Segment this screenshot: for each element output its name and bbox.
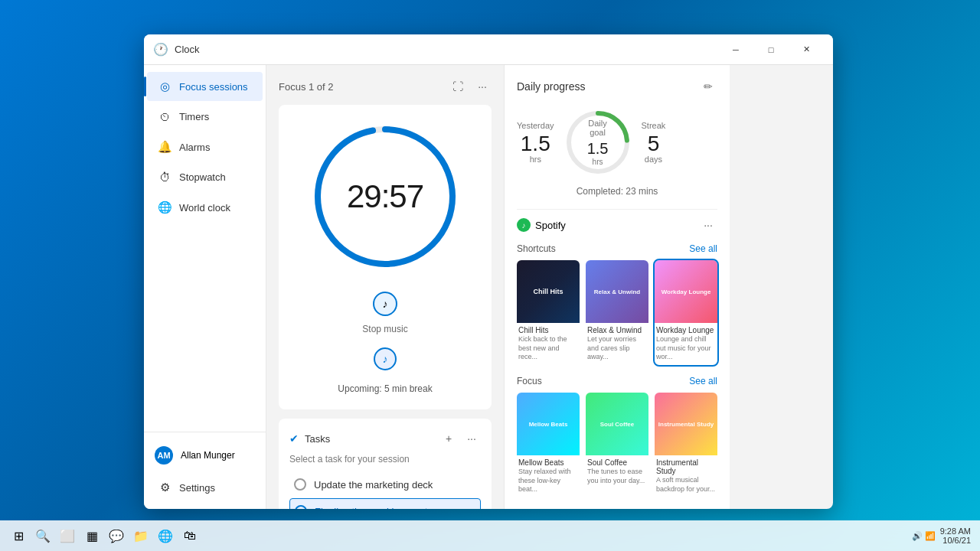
fullscreen-button[interactable]: ⛶ xyxy=(449,77,467,96)
widgets-button[interactable]: ▦ xyxy=(83,527,101,545)
goal-center-text: Daily goal 1.5 hrs xyxy=(580,119,615,166)
app-window: 🕐 Clock ─ □ ✕ ◎ Focus sessions ⏲ Timers … xyxy=(144,34,833,509)
spotify-icon: ♪ xyxy=(517,218,531,232)
workday-name: Workday Lounge xyxy=(656,326,716,334)
playlist-workday-lounge[interactable]: Workday Lounge Workday Lounge Lounge and… xyxy=(655,260,717,365)
playlist-soul-coffee[interactable]: Soul Coffee Soul Coffee The tunes to eas… xyxy=(586,393,648,497)
sidebar-label-settings: Settings xyxy=(179,482,215,494)
start-button[interactable]: ⊞ xyxy=(9,527,28,545)
upcoming-value: 5 min break xyxy=(384,383,433,394)
title-bar: 🕐 Clock ─ □ ✕ xyxy=(144,34,833,65)
instrumental-name: Instrumental Study xyxy=(656,458,716,475)
upcoming-text: Upcoming: 5 min break xyxy=(338,383,432,394)
playlist-relax-unwind[interactable]: Relax & Unwind Relax & Unwind Let your w… xyxy=(586,260,648,365)
stop-music-label: Stop music xyxy=(362,324,407,334)
sidebar: ◎ Focus sessions ⏲ Timers 🔔 Alarms ⏱ Sto… xyxy=(144,65,266,509)
soul-desc: The tunes to ease you into your day... xyxy=(587,468,647,485)
playlist-chill-hits[interactable]: Chill Hits Chill Hits Kick back to the b… xyxy=(517,260,580,365)
sidebar-item-settings[interactable]: ⚙ Settings xyxy=(147,473,263,502)
completed-label: Completed: xyxy=(577,186,623,197)
app-icon: 🕐 xyxy=(153,42,168,57)
workday-desc: Lounge and chill out music for your wor.… xyxy=(656,335,716,362)
spotify-title-row: ♪ Spotify xyxy=(517,218,566,232)
sidebar-label-timers: Timers xyxy=(179,111,209,122)
minimize-button[interactable]: ─ xyxy=(718,34,753,65)
sidebar-label-alarms: Alarms xyxy=(179,142,210,153)
goal-unit: hrs xyxy=(580,158,615,166)
sidebar-item-stopwatch[interactable]: ⏱ Stopwatch xyxy=(147,163,263,191)
alarms-icon: 🔔 xyxy=(158,140,172,154)
stopwatch-icon: ⏱ xyxy=(158,171,172,184)
sidebar-item-timers[interactable]: ⏲ Timers xyxy=(147,103,263,131)
mellow-thumb: Mellow Beats xyxy=(517,393,580,455)
taskbar-right: 🔊 📶 9:28 AM 10/6/21 xyxy=(912,527,971,545)
shortcuts-label: Shortcuts xyxy=(517,243,556,254)
yesterday-unit: hrs xyxy=(517,155,554,164)
focus-session-label: Focus 1 of 2 xyxy=(279,81,334,93)
settings-icon: ⚙ xyxy=(158,481,172,494)
task-item-1[interactable]: Update the marketing deck xyxy=(289,472,481,497)
streak-unit: days xyxy=(642,155,666,164)
music-control-button[interactable]: ♪ xyxy=(373,292,397,316)
task-view-button[interactable]: ⬜ xyxy=(58,527,77,545)
taskbar: ⊞ 🔍 ⬜ ▦ 💬 📁 🌐 🛍 🔊 📶 9:28 AM 10/6/21 xyxy=(0,520,980,551)
tasks-more-button[interactable]: ··· xyxy=(462,429,481,448)
playlist-mellow-beats[interactable]: Mellow Beats Mellow Beats Stay relaxed w… xyxy=(517,393,580,497)
user-name: Allan Munger xyxy=(181,450,235,461)
user-profile[interactable]: AM Allan Munger xyxy=(144,439,266,472)
window-controls: ─ □ ✕ xyxy=(718,34,824,65)
sidebar-label-world-clock: World clock xyxy=(179,202,230,214)
right-panel: Daily progress ✏ Yesterday 1.5 hrs xyxy=(504,65,730,509)
relax-name: Relax & Unwind xyxy=(587,326,647,334)
relax-desc: Let your worries and cares slip away... xyxy=(587,335,647,362)
main-content: Focus 1 of 2 ⛶ ··· xyxy=(266,65,833,509)
focus-see-all[interactable]: See all xyxy=(689,376,717,386)
spotify-more-button[interactable]: ··· xyxy=(699,216,717,234)
teams-button[interactable]: 💬 xyxy=(107,527,126,545)
streak-stat: Streak 5 days xyxy=(642,121,666,164)
instrumental-thumb: Instrumental Study xyxy=(655,393,717,455)
timers-icon: ⏲ xyxy=(158,110,172,123)
sidebar-item-alarms[interactable]: 🔔 Alarms xyxy=(147,132,263,161)
sidebar-bottom: AM Allan Munger ⚙ Settings xyxy=(144,432,266,503)
shortcuts-see-all[interactable]: See all xyxy=(689,243,717,254)
focus-more-button[interactable]: ··· xyxy=(473,77,492,96)
focus-playlists-header: Focus See all xyxy=(517,376,717,386)
center-panel: Focus 1 of 2 ⛶ ··· xyxy=(266,65,504,509)
app-title: Clock xyxy=(175,44,718,55)
sidebar-item-focus-sessions[interactable]: ◎ Focus sessions xyxy=(147,72,263,101)
spotify-orb-icon: ♪ xyxy=(373,347,397,371)
maximize-button[interactable]: □ xyxy=(753,34,789,65)
mellow-name: Mellow Beats xyxy=(518,458,578,467)
goal-label: Daily goal xyxy=(580,119,615,137)
sidebar-label-stopwatch: Stopwatch xyxy=(179,171,226,183)
playlist-instrumental-study[interactable]: Instrumental Study Instrumental Study A … xyxy=(655,393,717,497)
tasks-header: ✔ Tasks + ··· xyxy=(289,429,481,448)
shortcuts-header: Shortcuts See all xyxy=(517,243,717,254)
soul-thumb: Soul Coffee xyxy=(586,393,648,455)
taskbar-time-display: 9:28 AM xyxy=(940,527,971,536)
svg-text:♪: ♪ xyxy=(383,353,388,365)
edge-button[interactable]: 🌐 xyxy=(156,527,175,545)
taskbar-left: ⊞ 🔍 ⬜ ▦ 💬 📁 🌐 🛍 xyxy=(9,527,199,545)
add-task-button[interactable]: + xyxy=(439,429,458,448)
spotify-header: ♪ Spotify ··· xyxy=(517,216,717,234)
daily-progress-title: Daily progress xyxy=(517,80,585,93)
edit-daily-progress-button[interactable]: ✏ xyxy=(699,77,717,96)
store-button[interactable]: 🛍 xyxy=(181,527,199,545)
task-radio-1 xyxy=(294,478,306,491)
focus-label: Focus xyxy=(517,376,542,386)
task-item-2[interactable]: Finalize the weekly report xyxy=(289,498,481,509)
world-clock-icon: 🌐 xyxy=(158,201,172,214)
sidebar-label-focus-sessions: Focus sessions xyxy=(179,81,248,93)
avatar: AM xyxy=(155,446,173,465)
sidebar-item-world-clock[interactable]: 🌐 World clock xyxy=(147,193,263,222)
close-button[interactable]: ✕ xyxy=(789,34,824,65)
task-instruction: Select a task for your session xyxy=(289,454,481,465)
explorer-button[interactable]: 📁 xyxy=(132,527,150,545)
yesterday-label: Yesterday xyxy=(517,121,554,130)
search-button[interactable]: 🔍 xyxy=(34,527,52,545)
timer-display: 29:57 xyxy=(347,178,423,215)
tasks-title: Tasks xyxy=(305,433,330,445)
taskbar-clock: 9:28 AM 10/6/21 xyxy=(940,527,971,545)
